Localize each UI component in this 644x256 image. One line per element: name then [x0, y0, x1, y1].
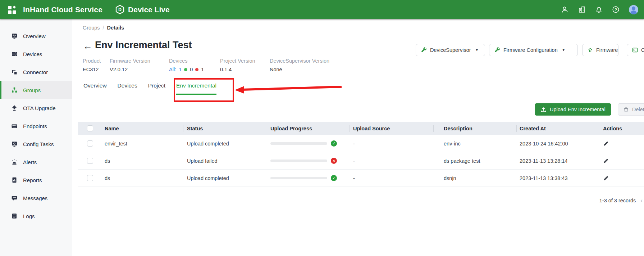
progress-status-icon: [331, 140, 337, 147]
alerts-icon: [11, 159, 18, 165]
devices-all-link[interactable]: All:: [169, 67, 176, 72]
sidebar-item-connector[interactable]: Connector: [0, 63, 72, 81]
table-row: ds Upload completed - dsnjn 2023-11-13 1…: [78, 170, 644, 187]
sidebar-item-groups[interactable]: Groups: [0, 81, 72, 99]
sidebar-item-devices[interactable]: Devices: [0, 45, 72, 63]
row-name: envir_test: [99, 135, 183, 152]
devices-all-count[interactable]: 1: [179, 67, 182, 72]
button-label: DeviceSupervisor: [430, 47, 471, 53]
row-status: Upload failed: [183, 152, 267, 169]
messages-icon: [11, 195, 18, 201]
sidebar-item-label: Groups: [23, 87, 41, 93]
sidebar: Overview Devices Connector Groups: [0, 19, 72, 256]
select-all-checkbox[interactable]: [87, 125, 93, 131]
ota-upgrade-icon: [11, 105, 18, 111]
sidebar-item-endpoints[interactable]: Endpoints: [0, 117, 72, 135]
sidebar-item-reports[interactable]: Reports: [0, 171, 72, 189]
wrench-icon: [421, 47, 427, 53]
annotation-arrow-icon: [234, 84, 343, 95]
meta-devicesupervisor-version: DeviceSupervisor Version None: [270, 58, 329, 72]
firmware-button[interactable]: Firmware: [582, 44, 618, 56]
meta-value: EC312: [83, 67, 101, 72]
sidebar-item-label: Overview: [23, 33, 46, 39]
row-upload-source: -: [350, 170, 433, 187]
table-header: Name Status Upload Progress Upload Sourc…: [78, 122, 644, 135]
column-header-upload-source: Upload Source: [350, 122, 433, 135]
brand-divider: [109, 5, 109, 14]
edit-pencil-icon[interactable]: [603, 141, 609, 147]
meta-devices: Devices All: 1 0 1: [169, 58, 204, 72]
row-created-at: 2023-10-24 16:42:00: [516, 135, 600, 152]
meta-label: Firmware Version: [110, 58, 150, 64]
product-title: Device Live: [128, 5, 170, 14]
devicesupervisor-button[interactable]: DeviceSupervisor ▼: [416, 44, 485, 56]
firmware-configuration-button[interactable]: Firmware Configuration ▼: [489, 44, 578, 56]
apps-grid-icon[interactable]: [7, 5, 17, 14]
row-upload-source: -: [350, 135, 433, 152]
trash-icon: [623, 107, 629, 112]
meta-label: DeviceSupervisor Version: [270, 58, 329, 64]
avatar[interactable]: [629, 5, 638, 14]
user-icon[interactable]: [561, 6, 569, 13]
breadcrumb-groups[interactable]: Groups: [83, 25, 100, 31]
pagination-summary: 1-3 of 3 records: [599, 198, 636, 203]
upload-env-incremental-button[interactable]: Upload Env Incremental: [535, 103, 611, 116]
edit-pencil-icon[interactable]: [603, 175, 609, 181]
row-checkbox[interactable]: [87, 158, 93, 164]
row-upload-progress: [267, 170, 350, 187]
bell-icon[interactable]: [595, 6, 603, 13]
column-header-status: Status: [183, 122, 267, 135]
sidebar-item-ota-upgrade[interactable]: OTA Upgrade: [0, 99, 72, 117]
help-icon[interactable]: ?: [612, 6, 620, 13]
devices-online-count: 0: [190, 67, 193, 72]
reports-icon: [11, 177, 18, 183]
brand-title: InHand Cloud Service: [23, 5, 102, 14]
organization-icon[interactable]: [578, 6, 586, 13]
row-name: ds: [99, 152, 183, 169]
sidebar-item-messages[interactable]: Messages: [0, 189, 72, 207]
row-status: Upload completed: [183, 170, 267, 187]
row-name: ds: [99, 170, 183, 187]
column-header-actions: Actions: [600, 122, 644, 135]
sidebar-item-logs[interactable]: Logs: [0, 207, 72, 225]
progress-track: [270, 160, 327, 162]
row-upload-source: -: [350, 152, 433, 169]
sidebar-item-alerts[interactable]: Alerts: [0, 153, 72, 171]
meta-firmware-version: Firmware Version V2.0.12: [110, 58, 150, 72]
env-incremental-table: Name Status Upload Progress Upload Sourc…: [78, 122, 644, 187]
command-button[interactable]: Co: [627, 44, 644, 56]
row-checkbox[interactable]: [87, 140, 93, 147]
top-bar: InHand Cloud Service D Device Live: [0, 0, 644, 19]
column-header-upload-progress: Upload Progress: [267, 122, 350, 135]
upload-icon: [540, 107, 547, 113]
tab-overview[interactable]: Overview: [83, 82, 107, 95]
row-created-at: 2023-11-13 13:38:43: [516, 170, 600, 187]
button-label: Upload Env Incremental: [550, 107, 606, 112]
meta-product: Product EC312: [83, 58, 101, 72]
tab-project[interactable]: Project: [148, 82, 165, 95]
sidebar-item-label: Config Tasks: [23, 141, 54, 147]
table-row: ds Upload failed - ds package test 2023-…: [78, 152, 644, 170]
delete-button[interactable]: Delete: [618, 103, 644, 116]
chevron-down-icon: ▼: [562, 48, 565, 52]
row-checkbox[interactable]: [87, 175, 93, 181]
sidebar-item-config-tasks[interactable]: Config Tasks: [0, 135, 72, 153]
sidebar-item-overview[interactable]: Overview: [0, 27, 72, 45]
tab-devices[interactable]: Devices: [118, 82, 137, 95]
back-arrow-icon[interactable]: ←: [83, 41, 92, 51]
meta-value: None: [270, 67, 329, 72]
sidebar-item-label: OTA Upgrade: [23, 105, 56, 111]
column-header-created-at: Created At: [516, 122, 600, 135]
sidebar-item-label: Logs: [23, 213, 35, 219]
button-label: Delete: [632, 107, 644, 112]
column-header-name: Name: [99, 122, 183, 135]
progress-track: [270, 177, 327, 179]
groups-icon: [11, 87, 18, 93]
edit-pencil-icon[interactable]: [603, 158, 609, 164]
sidebar-item-label: Connector: [23, 69, 48, 75]
button-label: Co: [641, 47, 644, 53]
progress-track: [270, 142, 327, 145]
config-tasks-icon: [11, 141, 18, 147]
pagination-prev-icon[interactable]: ‹: [640, 197, 643, 203]
chevron-down-icon: ▼: [475, 48, 479, 52]
